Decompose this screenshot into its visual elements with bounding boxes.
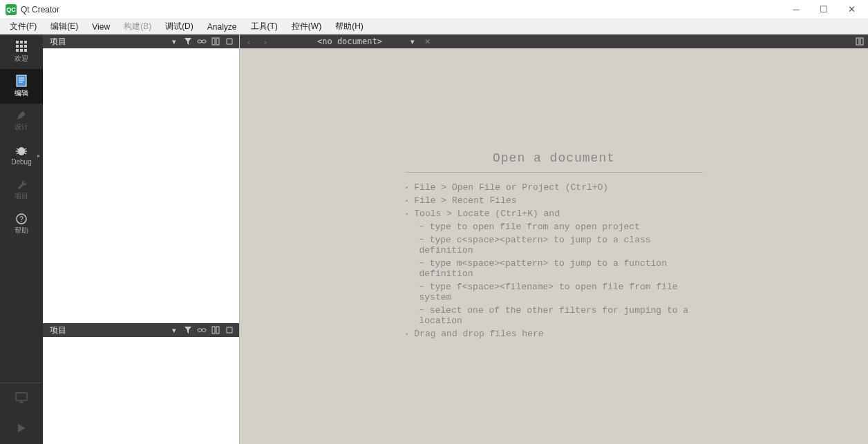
hint-subitem: type to open file from any open project <box>406 222 703 232</box>
wrench-icon <box>16 179 27 190</box>
menu-file[interactable]: 文件(F) <box>3 19 44 34</box>
mode-design-label: 设计 <box>15 122 28 132</box>
mode-welcome-label: 欢迎 <box>15 54 28 64</box>
menu-build[interactable]: 构建(B) <box>117 19 158 34</box>
link-icon[interactable] <box>196 36 207 47</box>
svg-rect-30 <box>198 329 202 331</box>
close-panel-icon[interactable] <box>224 325 235 336</box>
svg-rect-2 <box>24 41 27 44</box>
play-icon <box>16 423 27 434</box>
mode-edit[interactable]: 编辑 <box>0 69 43 104</box>
menubar: 文件(F) 编辑(E) View 构建(B) 调试(D) Analyze 工具(… <box>0 19 868 35</box>
close-doc-icon[interactable]: ✕ <box>422 36 433 47</box>
filter-icon[interactable] <box>182 36 194 47</box>
split-icon[interactable] <box>210 325 221 336</box>
editor-area: ‹ › <no document> ▾ ✕ Open a document Fi… <box>240 35 868 444</box>
svg-rect-28 <box>216 38 219 45</box>
svg-rect-1 <box>20 41 23 44</box>
menu-analyze[interactable]: Analyze <box>200 21 244 33</box>
menu-edit[interactable]: 编辑(E) <box>44 19 85 34</box>
svg-line-17 <box>24 153 26 154</box>
svg-rect-8 <box>24 49 27 52</box>
dropdown-icon[interactable]: ▾ <box>407 36 418 47</box>
welcome-title: Open a document <box>406 151 703 173</box>
mode-debug-label: Debug <box>11 158 31 166</box>
hint-subitem: type m<space><pattern> to jump to a func… <box>406 258 703 279</box>
mode-debug[interactable]: Debug ▸ <box>0 138 43 173</box>
nav-forward-icon[interactable]: › <box>259 37 272 47</box>
maximize-button[interactable]: ☐ <box>817 3 831 17</box>
document-selector[interactable]: <no document> <box>276 37 403 46</box>
welcome-hint: Open a document File > Open File or Proj… <box>406 151 703 342</box>
svg-rect-33 <box>216 327 219 334</box>
menu-tools[interactable]: 工具(T) <box>244 19 285 34</box>
svg-line-16 <box>17 153 19 154</box>
link-icon[interactable] <box>196 325 207 336</box>
svg-rect-31 <box>202 329 206 331</box>
mode-design[interactable]: 设计 <box>0 104 43 138</box>
mode-projects[interactable]: 项目 <box>0 173 43 207</box>
svg-rect-3 <box>16 45 19 48</box>
editor-header: ‹ › <no document> ▾ ✕ <box>240 35 868 48</box>
svg-rect-4 <box>20 45 23 48</box>
close-button[interactable]: ✕ <box>845 3 858 17</box>
svg-rect-0 <box>16 41 19 44</box>
mode-welcome[interactable]: 欢迎 <box>0 35 43 69</box>
mode-help-label: 帮助 <box>15 226 28 235</box>
editor-body[interactable]: Open a document File > Open File or Proj… <box>240 48 868 444</box>
svg-rect-34 <box>227 327 232 333</box>
minimize-button[interactable]: ─ <box>789 3 803 17</box>
window-title: Qt Creator <box>21 5 789 15</box>
svg-rect-7 <box>20 49 23 52</box>
window-controls: ─ ☐ ✕ <box>789 3 858 17</box>
document-icon <box>16 75 27 87</box>
pencil-icon <box>16 110 27 121</box>
svg-rect-6 <box>16 49 19 52</box>
panel-header-top: 项目 ▾ <box>43 35 239 48</box>
svg-point-13 <box>18 147 25 155</box>
menu-widgets[interactable]: 控件(W) <box>285 19 328 34</box>
run-button[interactable] <box>0 414 43 444</box>
svg-rect-9 <box>17 75 26 86</box>
panel-body-top <box>43 48 239 323</box>
menu-debug[interactable]: 调试(D) <box>158 19 200 34</box>
svg-rect-35 <box>856 38 859 45</box>
close-panel-icon[interactable] <box>224 36 235 47</box>
split-icon[interactable] <box>210 36 221 47</box>
dropdown-icon[interactable]: ▾ <box>169 325 180 336</box>
svg-rect-32 <box>212 327 215 334</box>
svg-line-14 <box>17 148 19 150</box>
hint-item: File > Recent Files <box>406 195 703 206</box>
bug-icon <box>15 146 28 157</box>
menu-view[interactable]: View <box>85 21 117 33</box>
main-area: 欢迎 编辑 设计 Debug ▸ <box>0 35 868 444</box>
hint-item: File > Open File or Project (Ctrl+O) <box>406 182 703 193</box>
panel-body-bottom <box>43 337 239 444</box>
mode-projects-label: 项目 <box>15 191 28 201</box>
monitor-icon <box>15 392 28 404</box>
panel-title-bottom[interactable]: 项目 <box>47 325 166 336</box>
svg-line-15 <box>24 148 26 150</box>
hint-item: Tools > Locate (Ctrl+K) and <box>406 209 703 219</box>
svg-rect-26 <box>202 40 206 43</box>
svg-rect-22 <box>16 393 27 400</box>
svg-rect-27 <box>212 38 215 45</box>
hint-subitem: type f<space><filename> to open file fro… <box>406 282 703 302</box>
chevron-right-icon: ▸ <box>37 153 40 159</box>
mode-sidebar: 欢迎 编辑 设计 Debug ▸ <box>0 35 43 444</box>
filter-icon[interactable] <box>182 325 194 336</box>
help-icon: ? <box>16 213 27 224</box>
menu-help[interactable]: 帮助(H) <box>328 19 370 34</box>
hint-subitem: select one of the other filters for jump… <box>406 305 703 326</box>
svg-rect-29 <box>227 39 232 44</box>
titlebar: QC Qt Creator ─ ☐ ✕ <box>0 0 868 19</box>
split-editor-icon[interactable] <box>854 36 865 47</box>
hint-item: Drag and drop files here <box>406 329 703 339</box>
panel-title-top[interactable]: 项目 <box>47 36 166 48</box>
nav-back-icon[interactable]: ‹ <box>243 37 255 47</box>
mode-help[interactable]: ? 帮助 <box>0 207 43 242</box>
dropdown-icon[interactable]: ▾ <box>169 36 180 47</box>
grid-icon <box>15 40 28 52</box>
mode-edit-label: 编辑 <box>15 88 28 98</box>
target-selector[interactable] <box>0 383 43 414</box>
